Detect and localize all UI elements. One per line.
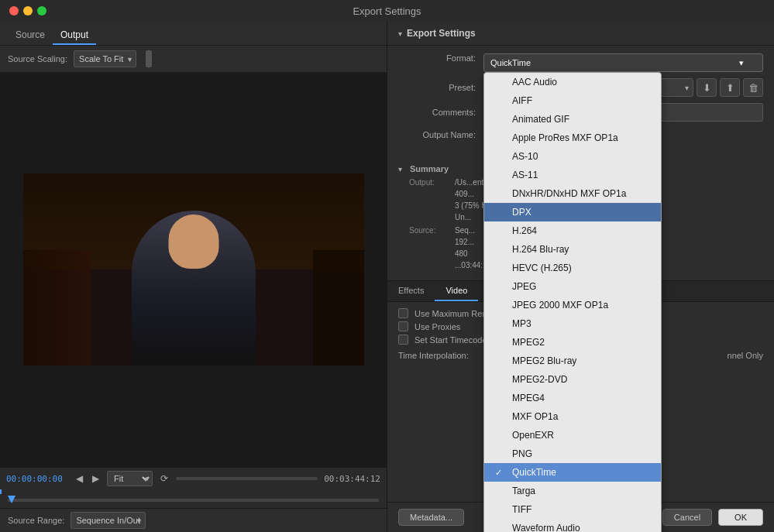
dropdown-label-aiff: AIFF (512, 95, 532, 106)
dropdown-item-tiff[interactable]: TIFF (484, 500, 661, 519)
dropdown-item-quicktime[interactable]: ✓ QuickTime (484, 463, 661, 482)
format-row: Format: QuickTime ▾ AAC Audio (387, 50, 774, 75)
dropdown-item-targa[interactable]: Targa (484, 482, 661, 500)
use-proxies-checkbox[interactable] (398, 321, 408, 331)
format-dropdown-wrapper: QuickTime ▾ AAC Audio AIFF (483, 53, 763, 72)
dropdown-label-targa: Targa (512, 486, 535, 496)
format-label: Format: (398, 53, 476, 63)
dropdown-item-animgif[interactable]: Animated GIF (484, 110, 661, 129)
step-back-button[interactable]: ◀ (74, 472, 84, 486)
dropdown-label-mpeg2: MPEG2 (512, 337, 545, 348)
preset-save-button[interactable]: ⬇ (697, 78, 717, 97)
metadata-button[interactable]: Metadata... (398, 509, 464, 526)
dropdown-item-png[interactable]: PNG (484, 444, 661, 463)
dropdown-label-mpeg2blu: MPEG2 Blu-ray (512, 355, 576, 366)
dropdown-label-jpeg2000: JPEG 2000 MXF OP1a (512, 300, 608, 311)
dropdown-item-mpeg2dvd[interactable]: MPEG2-DVD (484, 370, 661, 389)
dropdown-label-appleprores: Apple ProRes MXF OP1a (512, 132, 618, 143)
loop-button[interactable]: ⟳ (159, 472, 170, 486)
tab-source[interactable]: Source (8, 26, 53, 45)
comments-label: Comments: (398, 108, 476, 117)
playback-controls: 00:00:00:00 ◀ ▶ Fit 25% 50% 100% ▾ ⟳ 00:… (0, 467, 387, 489)
summary-title: Summary (410, 164, 449, 173)
dropdown-item-as11[interactable]: AS-11 (484, 166, 661, 184)
dropdown-label-jpeg: JPEG (512, 281, 536, 292)
cancel-button[interactable]: Cancel (662, 509, 712, 526)
summary-source-key: Source: (409, 225, 452, 271)
dropdown-item-hevc[interactable]: HEVC (H.265) (484, 259, 661, 277)
play-button[interactable]: ▶ (91, 472, 101, 486)
video-frame (23, 173, 364, 366)
summary-output-key: Output: (409, 177, 452, 223)
person-head (168, 215, 218, 269)
format-select-display[interactable]: QuickTime ▾ (483, 53, 763, 72)
dropdown-label-h264: H.264 (512, 225, 537, 236)
time-end-display: 00:03:44:12 (324, 474, 380, 484)
preset-delete-button[interactable]: 🗑 (743, 78, 763, 97)
dropdown-item-aac[interactable]: AAC Audio (484, 73, 661, 91)
preset-label: Preset: (398, 83, 476, 92)
dropdown-label-tiff: TIFF (512, 504, 531, 515)
dropdown-item-mpeg2blu[interactable]: MPEG2 Blu-ray (484, 352, 661, 370)
dropdown-item-h264blu[interactable]: H.264 Blu-ray (484, 240, 661, 259)
section-collapse-arrow[interactable]: ▾ (398, 29, 402, 38)
dropdown-item-jpeg[interactable]: JPEG (484, 277, 661, 296)
source-range-select[interactable]: Sequence In/Out Work Area Entire Sequenc… (71, 512, 146, 529)
dropdown-label-hevc: HEVC (H.265) (512, 263, 572, 273)
tab-effects[interactable]: Effects (387, 281, 435, 301)
fit-select[interactable]: Fit 25% 50% 100% (107, 471, 153, 486)
left-panel: Source Output Source Scaling: Scale To F… (0, 22, 387, 532)
source-scaling-row: Source Scaling: Scale To Fit Scale To Fi… (0, 46, 387, 72)
source-scaling-label: Source Scaling: (8, 54, 67, 63)
settings-form: Format: QuickTime ▾ AAC Audio (387, 46, 774, 280)
right-panel: ▾ Export Settings Format: QuickTime ▾ (387, 22, 774, 532)
dropdown-item-appleprores[interactable]: Apple ProRes MXF OP1a (484, 129, 661, 147)
source-range-row: Source Range: Sequence In/Out Work Area … (0, 508, 387, 532)
dropdown-label-mpeg4: MPEG4 (512, 393, 545, 403)
tab-output[interactable]: Output (53, 26, 96, 45)
source-scaling-select[interactable]: Scale To Fit Scale To Fill Stretch To Fi… (74, 50, 136, 67)
scrubber-container[interactable] (0, 489, 387, 508)
maximize-button[interactable] (37, 6, 46, 15)
export-settings-title: Export Settings (407, 28, 476, 39)
dropdown-item-mp3[interactable]: MP3 (484, 314, 661, 333)
dropdown-label-as11: AS-11 (512, 170, 538, 180)
close-button[interactable] (9, 6, 19, 15)
window-controls (9, 6, 46, 15)
source-range-label: Source Range: (8, 516, 64, 525)
minimize-button[interactable] (23, 6, 33, 15)
use-max-render-label: Use Maximum Ren... (415, 309, 494, 318)
dropdown-item-as10[interactable]: AS-10 (484, 147, 661, 166)
use-max-render-checkbox[interactable] (398, 308, 408, 318)
dropdown-label-mxfop1a: MXF OP1a (512, 411, 558, 422)
dropdown-item-waveform[interactable]: Waveform Audio (484, 519, 661, 532)
video-scene (23, 173, 364, 366)
window-title: Export Settings (353, 5, 421, 17)
dropdown-item-openexr[interactable]: OpenEXR (484, 426, 661, 444)
preset-import-button[interactable]: ⬆ (720, 78, 740, 97)
dropdown-item-h264[interactable]: H.264 (484, 221, 661, 240)
tab-video[interactable]: Video (435, 281, 478, 301)
dropdown-item-jpeg2000[interactable]: JPEG 2000 MXF OP1a (484, 296, 661, 314)
dropdown-item-mpeg2[interactable]: MPEG2 (484, 333, 661, 352)
dropdown-label-openexr: OpenEXR (512, 430, 554, 441)
dropdown-label-mpeg2dvd: MPEG2-DVD (512, 374, 567, 385)
dropdown-item-mpeg4[interactable]: MPEG4 (484, 389, 661, 407)
dropdown-item-dpx[interactable]: DPX (484, 203, 661, 221)
time-start-display: 00:00:00:00 (6, 474, 68, 484)
set-start-timecode-checkbox[interactable] (398, 335, 408, 345)
dropdown-item-dnxhr[interactable]: DNxHR/DNxHD MXF OP1a (484, 184, 661, 203)
dropdown-label-mp3: MP3 (512, 318, 531, 329)
person-body (132, 211, 256, 366)
set-start-timecode-label: Set Start Timecode: (415, 335, 490, 345)
check-quicktime: ✓ (495, 468, 506, 478)
fit-select-wrapper: Fit 25% 50% 100% ▾ (107, 471, 153, 486)
dropdown-label-animgif: Animated GIF (512, 114, 569, 125)
source-range-select-wrapper: Sequence In/Out Work Area Entire Sequenc… (71, 512, 146, 529)
playback-timeline[interactable] (176, 477, 318, 480)
title-bar: Export Settings (0, 0, 774, 22)
scaling-handle (146, 50, 152, 67)
ok-button[interactable]: OK (718, 509, 763, 526)
dropdown-item-aiff[interactable]: AIFF (484, 91, 661, 110)
dropdown-item-mxfop1a[interactable]: MXF OP1a (484, 407, 661, 426)
